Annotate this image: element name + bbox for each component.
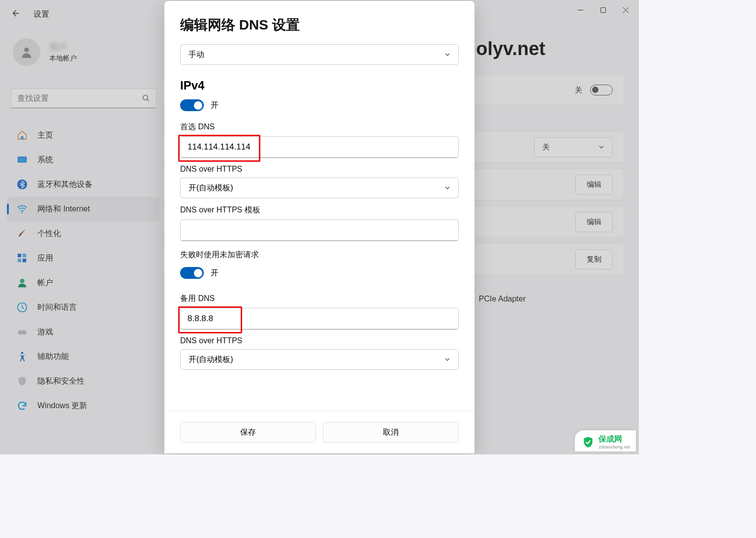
toggle-label: 开 bbox=[211, 100, 219, 111]
primary-dns-label: 首选 DNS bbox=[180, 122, 459, 132]
chevron-down-icon bbox=[444, 185, 450, 191]
fallback-toggle[interactable] bbox=[180, 267, 204, 279]
dialog-title: 编辑网络 DNS 设置 bbox=[180, 16, 459, 34]
cancel-button[interactable]: 取消 bbox=[323, 422, 459, 443]
secondary-dns-input[interactable]: 8.8.8.8 bbox=[180, 308, 459, 329]
dns-settings-dialog: 编辑网络 DNS 设置 手动 IPv4 开 首选 DNS 114.114.114… bbox=[164, 1, 474, 453]
primary-dns-input[interactable]: 114.114.114.114 bbox=[180, 136, 459, 158]
fallback-label: 失败时使用未加密请求 bbox=[180, 250, 459, 260]
mode-select[interactable]: 手动 bbox=[180, 44, 459, 65]
shield-check-icon bbox=[582, 436, 595, 448]
doh2-select[interactable]: 开(自动模板) bbox=[180, 349, 459, 370]
doh-template-input[interactable] bbox=[180, 219, 459, 241]
chevron-down-icon bbox=[444, 357, 450, 362]
doh-template-label: DNS over HTTPS 模板 bbox=[180, 205, 459, 215]
ipv4-toggle[interactable] bbox=[180, 99, 204, 111]
chevron-down-icon bbox=[444, 52, 450, 58]
watermark: 保成网zsbaocheng.net bbox=[575, 430, 636, 451]
doh2-label: DNS over HTTPS bbox=[180, 336, 459, 345]
doh1-label: DNS over HTTPS bbox=[180, 165, 459, 174]
ipv4-heading: IPv4 bbox=[180, 79, 459, 92]
secondary-dns-label: 备用 DNS bbox=[180, 294, 459, 304]
save-button[interactable]: 保存 bbox=[180, 422, 316, 443]
toggle-label: 开 bbox=[211, 268, 219, 278]
doh1-select[interactable]: 开(自动模板) bbox=[180, 178, 459, 198]
